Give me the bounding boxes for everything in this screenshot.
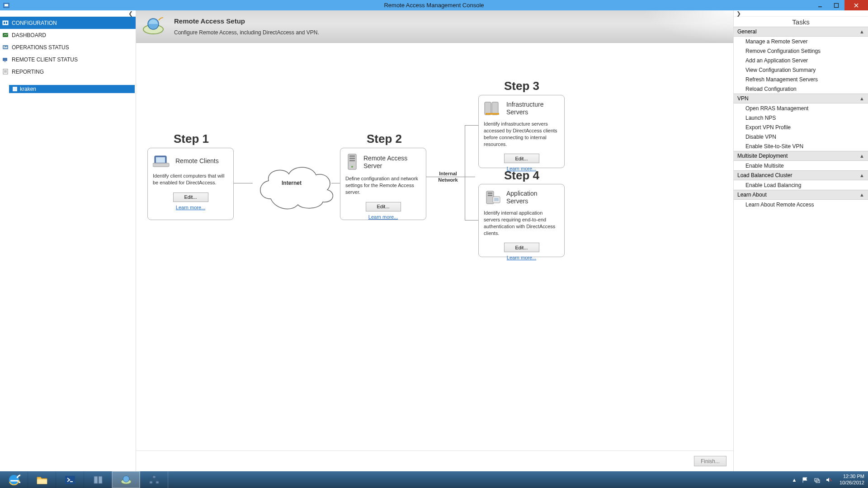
task-manage-remote-server[interactable]: Manage a Remote Server bbox=[734, 37, 868, 46]
nav-sub-label: kraken bbox=[20, 86, 36, 92]
system-tray: ▲ 12:30 PM 10/26/2012 bbox=[792, 471, 868, 488]
step-4-edit-button[interactable]: Edit... bbox=[504, 243, 539, 252]
svg-rect-42 bbox=[94, 476, 98, 483]
nav-item-operations-status[interactable]: OPERATIONS STATUS bbox=[0, 41, 136, 53]
svg-rect-12 bbox=[5, 47, 6, 48]
svg-rect-6 bbox=[3, 21, 8, 25]
volume-icon[interactable] bbox=[825, 476, 832, 483]
task-refresh-mgmt-servers[interactable]: Refresh Management Servers bbox=[734, 75, 868, 84]
task-enable-multisite[interactable]: Enable Multisite bbox=[734, 161, 868, 170]
operations-icon bbox=[2, 44, 9, 50]
step-1-edit-button[interactable]: Edit... bbox=[173, 192, 208, 202]
infrastructure-servers-icon bbox=[484, 100, 502, 117]
task-group-learn-about[interactable]: Learn About ▲ bbox=[734, 190, 868, 200]
taskbar-powershell-button[interactable] bbox=[56, 471, 84, 488]
tray-overflow-button[interactable]: ▲ bbox=[792, 477, 797, 483]
finish-button[interactable]: Finish... bbox=[694, 456, 726, 466]
svg-rect-3 bbox=[835, 3, 839, 7]
svg-point-29 bbox=[351, 166, 353, 168]
svg-rect-24 bbox=[153, 163, 169, 167]
svg-rect-34 bbox=[488, 192, 492, 194]
svg-rect-14 bbox=[3, 58, 7, 61]
wizard-footer: Finish... bbox=[136, 450, 733, 471]
chevron-up-icon: ▲ bbox=[859, 153, 864, 159]
step-2-heading: Step 2 bbox=[367, 132, 402, 146]
task-open-rras[interactable]: Open RRAS Management bbox=[734, 103, 868, 113]
nav-sub-item-server[interactable]: kraken bbox=[9, 85, 135, 93]
task-export-vpn-profile[interactable]: Export VPN Profile bbox=[734, 122, 868, 132]
step-3-heading: Step 3 bbox=[504, 79, 539, 93]
svg-rect-27 bbox=[349, 158, 355, 159]
remote-access-taskbar-icon bbox=[120, 474, 132, 485]
task-remove-config-settings[interactable]: Remove Configuration Settings bbox=[734, 46, 868, 56]
banner: Remote Access Setup Configure Remote Acc… bbox=[136, 10, 733, 43]
task-group-label: Load Balanced Cluster bbox=[737, 172, 792, 178]
svg-rect-40 bbox=[37, 479, 47, 484]
nav-item-dashboard[interactable]: DASHBOARD bbox=[0, 29, 136, 41]
step-1-desc: Identify client computers that will be e… bbox=[153, 173, 228, 186]
tray-date: 10/26/2012 bbox=[840, 480, 864, 486]
nav-item-reporting[interactable]: REPORTING bbox=[0, 66, 136, 78]
nav-item-configuration[interactable]: CONFIGURATION bbox=[0, 17, 136, 29]
server-manager-icon bbox=[92, 474, 104, 485]
main-content: Remote Access Setup Configure Remote Acc… bbox=[136, 10, 733, 471]
task-group-multisite[interactable]: Multisite Deployment ▲ bbox=[734, 151, 868, 161]
chevron-up-icon: ▲ bbox=[859, 173, 864, 178]
taskbar-network-button[interactable] bbox=[140, 471, 168, 488]
remote-clients-icon bbox=[153, 153, 171, 169]
task-view-config-summary[interactable]: View Configuration Summary bbox=[734, 65, 868, 75]
nav-label: REMOTE CLIENT STATUS bbox=[12, 56, 78, 63]
tasks-collapse-button[interactable]: ❯ bbox=[734, 10, 868, 17]
taskbar-ie-button[interactable] bbox=[0, 471, 28, 488]
tray-clock[interactable]: 12:30 PM 10/26/2012 bbox=[837, 474, 864, 486]
task-group-general[interactable]: General ▲ bbox=[734, 27, 868, 37]
internet-label: Internet bbox=[282, 180, 302, 186]
network-icon bbox=[148, 474, 160, 485]
task-disable-vpn[interactable]: Disable VPN bbox=[734, 132, 868, 141]
taskbar-server-manager-button[interactable] bbox=[84, 471, 112, 488]
maximize-button[interactable] bbox=[828, 0, 844, 10]
minimize-button[interactable] bbox=[812, 0, 828, 10]
step-1-learn-link[interactable]: Learn more... bbox=[153, 205, 228, 210]
step-4-heading: Step 4 bbox=[504, 169, 539, 183]
task-enable-s2s-vpn[interactable]: Enable Site-to-Site VPN bbox=[734, 141, 868, 151]
svg-rect-31 bbox=[492, 102, 498, 115]
svg-rect-30 bbox=[485, 102, 491, 115]
connector-to-step4 bbox=[465, 220, 480, 221]
step-1-box: Remote Clients Identify client computers… bbox=[147, 148, 234, 220]
task-group-loadbalanced[interactable]: Load Balanced Cluster ▲ bbox=[734, 170, 868, 180]
task-add-app-server[interactable]: Add an Application Server bbox=[734, 56, 868, 65]
svg-rect-48 bbox=[156, 481, 159, 483]
flag-icon[interactable] bbox=[802, 476, 809, 483]
nav-item-remote-client-status[interactable]: REMOTE CLIENT STATUS bbox=[0, 53, 136, 66]
close-button[interactable] bbox=[844, 0, 868, 10]
taskbar-explorer-button[interactable] bbox=[28, 471, 56, 488]
task-reload-config[interactable]: Reload Configuration bbox=[734, 84, 868, 94]
nav-label: DASHBOARD bbox=[12, 32, 46, 38]
svg-rect-46 bbox=[153, 476, 156, 478]
task-group-vpn[interactable]: VPN ▲ bbox=[734, 94, 868, 103]
step-3-box: Infrastructure Servers Identify infrastr… bbox=[478, 95, 565, 168]
taskbar-remote-access-button[interactable] bbox=[112, 471, 140, 488]
step-3-edit-button[interactable]: Edit... bbox=[504, 154, 539, 163]
task-enable-load-balancing[interactable]: Enable Load Balancing bbox=[734, 180, 868, 190]
step-4-desc: Identify internal application servers re… bbox=[484, 210, 559, 236]
reporting-icon bbox=[2, 69, 9, 75]
network-tray-icon[interactable] bbox=[813, 476, 821, 483]
task-group-label: General bbox=[737, 28, 757, 35]
svg-rect-43 bbox=[99, 476, 102, 483]
step-4-learn-link[interactable]: Learn more... bbox=[484, 255, 559, 260]
powershell-icon bbox=[64, 474, 76, 485]
tasks-title: Tasks bbox=[734, 17, 868, 27]
task-launch-nps[interactable]: Launch NPS bbox=[734, 113, 868, 122]
title-bar: Remote Access Management Console bbox=[0, 0, 868, 10]
step-2-edit-button[interactable]: Edit... bbox=[366, 202, 401, 211]
task-learn-about-remote-access[interactable]: Learn About Remote Access bbox=[734, 200, 868, 209]
svg-line-51 bbox=[830, 479, 831, 481]
svg-rect-37 bbox=[494, 198, 499, 201]
application-servers-icon bbox=[484, 189, 502, 206]
step-2-learn-link[interactable]: Learn more... bbox=[345, 214, 421, 220]
chevron-up-icon: ▲ bbox=[859, 96, 864, 101]
dashboard-icon bbox=[2, 32, 9, 38]
nav-collapse-button[interactable]: ❮ bbox=[0, 10, 136, 17]
